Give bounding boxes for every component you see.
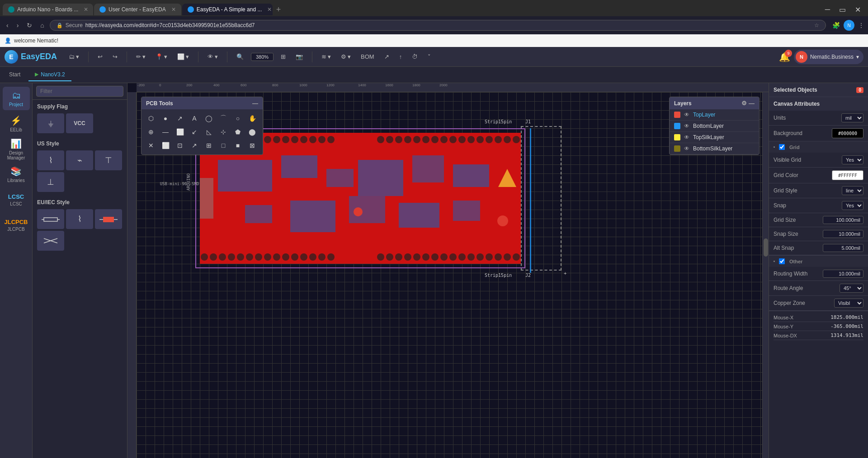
units-select[interactable]: mil mm (841, 113, 863, 122)
new-tab-button[interactable]: + (276, 5, 281, 14)
tab-start[interactable]: Start (3, 69, 27, 81)
tab-easyeda[interactable]: EasyEDA - A Simple and ... ✕ (182, 4, 273, 15)
layout-button[interactable]: ⬜ ▾ (175, 51, 192, 62)
grid-style-select[interactable]: line dot (842, 186, 863, 195)
pcb-tool-curve[interactable]: ⌒ (217, 112, 230, 125)
grid-color-swatch[interactable]: #FFFFFF (832, 170, 863, 180)
canvas-area[interactable]: -200 0 200 400 600 800 1000 1200 1400 16… (127, 83, 769, 458)
address-bar[interactable]: 🔒 Secure https://easyeda.com/editor#id=7… (50, 20, 826, 31)
pcb-tool-cross[interactable]: ⊕ (144, 126, 158, 138)
us-inductor[interactable]: ⌁ (66, 150, 93, 170)
zoom-in-button[interactable]: 🔍 (234, 51, 246, 62)
minimize-button[interactable]: ─ (822, 5, 833, 15)
back-button[interactable]: ‹ (4, 20, 11, 30)
left-panel-scroll[interactable]: Supply Flag ⏚ VCC US Style ⌇ (33, 100, 127, 458)
pcb-tool-plus[interactable]: ⊹ (217, 126, 230, 138)
profile-pic[interactable]: N (844, 20, 854, 31)
pcb-tool-text[interactable]: A (188, 112, 201, 125)
vscroll-thumb[interactable] (764, 238, 768, 257)
pcb-tool-x[interactable]: ✕ (144, 139, 158, 152)
pcb-tool-dot[interactable]: ⬤ (245, 126, 259, 138)
redo-button[interactable]: ↪ (110, 51, 120, 62)
visible-grid-select[interactable]: Yes No (842, 155, 863, 164)
filter-input[interactable] (36, 86, 123, 97)
snap-size-input[interactable]: 10.000mil (823, 230, 863, 238)
pcb-tool-rect2[interactable]: □ (217, 139, 230, 152)
pcb-tool-sq2[interactable]: ⬜ (159, 139, 172, 152)
pcb-tool-line[interactable]: — (159, 126, 172, 138)
us-component2[interactable]: ⊤ (95, 150, 122, 170)
undo-button[interactable]: ↩ (95, 51, 105, 62)
pcb-tool-rect[interactable]: ⬜ (173, 126, 187, 138)
layer-bottomlayer[interactable]: 👁 BottomLayer (670, 121, 759, 132)
layers-minimize-icon[interactable]: — (749, 100, 755, 107)
eu-resistor[interactable] (37, 209, 64, 229)
sidebar-item-design-manager[interactable]: 📊 Design Manager (3, 137, 30, 161)
bom-button[interactable]: BOM (358, 51, 377, 62)
layer-eye-topsilk[interactable]: 👁 (684, 134, 689, 140)
layer-toplayer[interactable]: 👁 TopLayer (670, 109, 759, 121)
pin-tool-button[interactable]: 📍 ▾ (153, 51, 170, 62)
tab-nano[interactable]: ▶ NanoV3.2 (28, 69, 71, 81)
drc-button[interactable]: ⚙ ▾ (338, 51, 354, 62)
layers-settings-icon[interactable]: ⚙ (741, 100, 747, 107)
notification-button[interactable]: 🔔 9 (779, 51, 790, 62)
pcb-tools-minimize[interactable]: — (252, 100, 258, 107)
pen-tool-button[interactable]: ✏ ▾ (133, 51, 148, 62)
background-color-swatch[interactable]: #000000 (832, 128, 863, 138)
more-button[interactable]: ˅ (425, 51, 434, 62)
export-button[interactable]: ↗ (382, 51, 392, 62)
canvas-vscroll[interactable] (762, 92, 769, 458)
pcb-tool-sq3[interactable]: ■ (231, 139, 245, 152)
sidebar-item-eelib[interactable]: ⚡ EELib (3, 112, 30, 136)
share-button[interactable]: ↑ (396, 51, 405, 62)
routing-width-input[interactable]: 10.000mil (823, 270, 863, 278)
eu-component[interactable]: ⌇ (66, 209, 93, 229)
eu-diode[interactable] (95, 209, 122, 229)
forward-button[interactable]: › (14, 20, 22, 30)
pcb-tool-tri[interactable]: ◺ (202, 126, 216, 138)
layer-bottomsilk[interactable]: 👁 BottomSilkLayer (670, 143, 759, 154)
pcb-tool-hex[interactable]: ⬟ (231, 126, 245, 138)
pcb-tool-pan[interactable]: ✋ (245, 112, 259, 125)
tab-close-arduino[interactable]: ✕ (84, 6, 88, 13)
route-button[interactable]: ≋ ▾ (319, 51, 334, 62)
pcb-tool-circle[interactable]: ● (159, 112, 172, 125)
ground-symbol[interactable]: ⏚ (37, 113, 64, 133)
close-button[interactable]: ✕ (852, 5, 863, 15)
alt-snap-input[interactable]: 5.000mil (823, 244, 863, 252)
us-resistor[interactable]: ⌇ (37, 150, 64, 170)
other-checkbox[interactable] (779, 258, 785, 264)
route-angle-select[interactable]: 45° 90° Free (840, 284, 863, 293)
layer-eye-bottom[interactable]: 👁 (684, 123, 689, 129)
sidebar-item-lcsc[interactable]: LCSC LCSC (3, 188, 30, 211)
fit-button[interactable]: ⊞ (278, 51, 288, 62)
pcb-tool-wire[interactable]: ⬡ (144, 112, 158, 125)
snap-select[interactable]: Yes No (842, 201, 863, 210)
pcb-tool-arrow[interactable]: ↗ (173, 112, 187, 125)
zoom-input[interactable]: 380% (251, 53, 274, 61)
pcb-tool-ellipse[interactable]: ○ (231, 112, 245, 125)
tab-usercenter[interactable]: User Center - EasyEDA ✕ (94, 4, 181, 15)
tab-close-usercenter[interactable]: ✕ (171, 6, 176, 13)
pcb-tool-grid2[interactable]: ⊞ (202, 139, 216, 152)
vcc-symbol[interactable]: VCC (66, 113, 93, 133)
tab-close-easyeda[interactable]: ✕ (267, 6, 272, 13)
sidebar-item-jlcpcb[interactable]: JLCPCB JLCPCB (3, 213, 30, 237)
extensions-icon[interactable]: 🧩 (832, 22, 840, 29)
layer-eye-bottomsilk[interactable]: 👁 (684, 145, 689, 152)
maximize-button[interactable]: ▭ (836, 5, 849, 15)
grid-checkbox[interactable] (779, 144, 785, 150)
file-menu-button[interactable]: 🗂 ▾ (66, 51, 82, 62)
tab-arduino[interactable]: Arduino Nano - Boards ... ✕ (3, 4, 93, 15)
sidebar-item-libraries[interactable]: 📚 Libraries (3, 163, 30, 186)
screenshot-button[interactable]: 📷 (293, 51, 306, 62)
pcb-tool-arc[interactable]: ◯ (202, 112, 216, 125)
pcb-tool-grid[interactable]: ⊡ (173, 139, 187, 152)
grid-size-input[interactable]: 100.000mil (823, 216, 863, 224)
visibility-button[interactable]: 👁 ▾ (205, 51, 221, 62)
user-menu[interactable]: N Nematic.Business ▾ (794, 50, 863, 64)
pcb-tool-check[interactable]: ⊠ (245, 139, 259, 152)
layer-topsilk[interactable]: 👁 TopSilkLayer (670, 132, 759, 143)
refresh-button[interactable]: ↻ (24, 20, 35, 30)
